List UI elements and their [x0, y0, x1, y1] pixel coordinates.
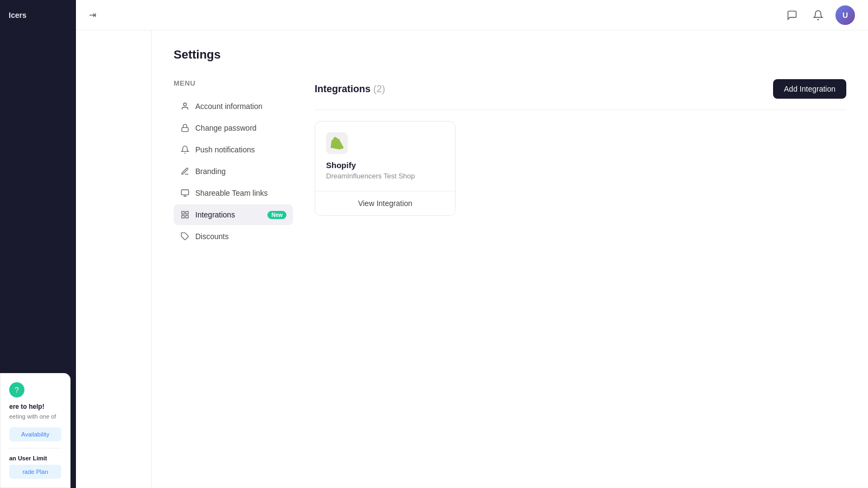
- pen-icon: [180, 166, 190, 176]
- avatar[interactable]: U: [835, 5, 855, 25]
- bell-small-icon: [180, 145, 190, 155]
- topbar: ⇥ U: [76, 0, 868, 30]
- chat-icon-button[interactable]: [783, 7, 801, 24]
- sidebar-item-label: Account information: [195, 102, 263, 111]
- sidebar-item-label: Integrations: [195, 210, 235, 219]
- card-subtitle: DreamInfluencers Test Shop: [326, 172, 444, 180]
- sidebar-item-label: Shareable Team links: [195, 189, 268, 197]
- sidebar-item-shareable-team-links[interactable]: Shareable Team links: [174, 183, 293, 203]
- sidebar-item-push-notifications[interactable]: Push notifications: [174, 139, 293, 160]
- integrations-title: Integrations (2): [315, 84, 385, 95]
- help-icon: ?: [9, 382, 24, 397]
- integrations-header: Integrations (2) Add Integration: [315, 79, 846, 99]
- lock-icon: [180, 123, 190, 133]
- availability-button[interactable]: Availability: [9, 427, 61, 441]
- popup-text: eeting with one of: [9, 413, 61, 421]
- content-area: Settings Menu Account information: [76, 30, 868, 488]
- sidebar-brand: Icers: [0, 11, 35, 20]
- integrations-main: Integrations (2) Add Integration: [315, 79, 846, 248]
- popup-title: ere to help!: [9, 403, 61, 410]
- person-icon: [180, 101, 190, 111]
- grid-icon: [180, 210, 190, 220]
- page-title: Settings: [174, 48, 846, 62]
- add-integration-button[interactable]: Add Integration: [773, 79, 846, 99]
- card-footer: View Integration: [315, 191, 455, 215]
- shopify-icon: [326, 132, 348, 154]
- help-popup: ? ere to help! eeting with one of Availa…: [0, 373, 71, 488]
- card-name: Shopify: [326, 160, 444, 170]
- svg-rect-5: [182, 211, 184, 214]
- topbar-right: U: [783, 5, 855, 25]
- svg-point-0: [183, 103, 186, 106]
- sidebar-item-label: Push notifications: [195, 145, 255, 154]
- sidebar-item-label: Branding: [195, 167, 226, 176]
- svg-rect-8: [182, 215, 184, 218]
- sidebar-item-label: Discounts: [195, 232, 228, 241]
- svg-rect-2: [181, 190, 188, 195]
- sidebar-item-branding[interactable]: Branding: [174, 161, 293, 182]
- sidebar-item-discounts[interactable]: Discounts: [174, 226, 293, 247]
- settings-content: Settings Menu Account information: [152, 30, 868, 488]
- main-wrapper: ⇥ U Settings: [76, 0, 868, 488]
- svg-rect-6: [186, 211, 188, 214]
- svg-rect-1: [182, 127, 188, 131]
- settings-layout: Menu Account information: [174, 79, 846, 248]
- tag-icon: [180, 232, 190, 241]
- link-icon: [180, 188, 190, 198]
- sidebar-item-integrations[interactable]: Integrations New: [174, 204, 293, 225]
- integrations-count: (2): [373, 84, 385, 94]
- card-body: Shopify DreamInfluencers Test Shop: [315, 121, 455, 191]
- sidebar-item-account-information[interactable]: Account information: [174, 96, 293, 117]
- topbar-left: ⇥: [89, 10, 96, 20]
- plan-label: an User Limit: [9, 455, 61, 461]
- integration-card-shopify: Shopify DreamInfluencers Test Shop View …: [315, 121, 456, 216]
- sidebar-item-change-password[interactable]: Change password: [174, 118, 293, 138]
- menu-label: Menu: [174, 79, 293, 87]
- new-badge: New: [267, 211, 286, 219]
- integrations-list: Shopify DreamInfluencers Test Shop View …: [315, 110, 846, 216]
- upgrade-plan-button[interactable]: rade Plan: [9, 465, 61, 479]
- menu-sidebar: Menu Account information: [174, 79, 293, 248]
- view-integration-button[interactable]: View Integration: [315, 191, 455, 215]
- bell-icon-button[interactable]: [809, 7, 827, 24]
- plan-section: an User Limit rade Plan: [9, 448, 61, 479]
- sidebar-item-label: Change password: [195, 124, 257, 132]
- collapse-icon[interactable]: ⇥: [89, 10, 96, 20]
- left-panel: [76, 30, 152, 488]
- svg-rect-7: [186, 215, 188, 218]
